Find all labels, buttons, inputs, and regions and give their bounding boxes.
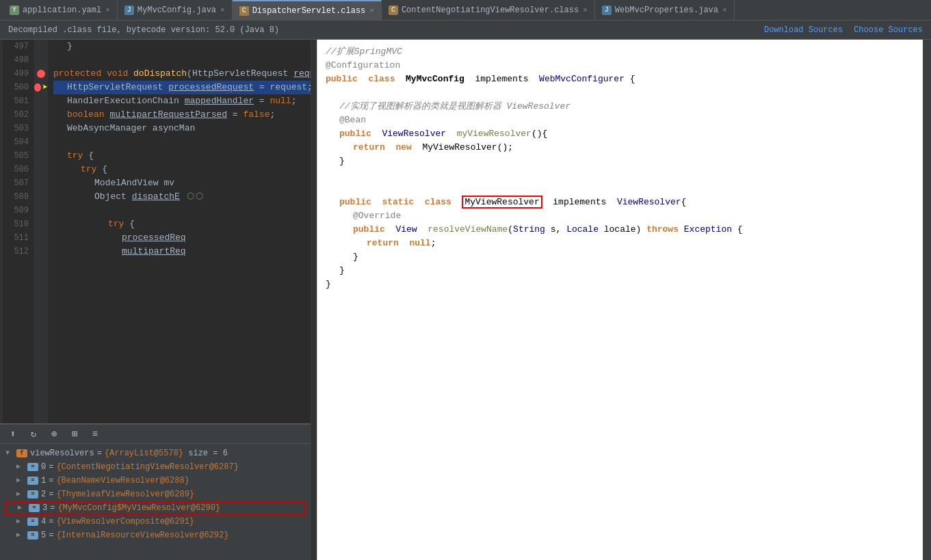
expand-arrow-2: ▶ [16,488,27,501]
code-line-509 [53,204,311,217]
code-line-506: try { [53,163,311,176]
editor-gutter: ➤ [34,40,48,423]
var-val-5: {InternalResourceViewResolver@6292} [56,529,228,542]
popup-iface-webmvcconfigurer: WebMvcConfigurer [539,74,625,84]
debug-btn-menu[interactable]: ≡ [88,427,103,442]
code-line-502: boolean multipartRequestParsed = false; [53,108,311,122]
debug-var-4[interactable]: ▶ = 4 = {ViewResolverComposite@6291} [5,515,306,529]
tab-dispatcherservlet[interactable]: C DispatcherServlet.class × [233,0,382,21]
var-eq-5b: = [49,529,53,542]
expand-arrow-3: ▶ [18,501,29,515]
debug-btn-refresh[interactable]: ↻ [26,427,41,442]
debug-var-viewresolvers[interactable]: ▼ f viewResolvers = {ArrayList@5578} siz… [5,446,306,460]
debug-var-0[interactable]: ▶ = 0 = {ContentNegotiatingViewResolver@… [5,460,306,474]
tab-label-mymvcconfig: MyMvcConfig.java [137,5,216,15]
popup-kw-public-3: public [339,197,371,207]
close-tab-contentnegotiating[interactable]: × [583,6,588,14]
popup-new-myviewresolver: MyViewResolver(); [422,142,513,152]
var-icon-eq-4: = [27,518,38,526]
code-line-497: } [53,40,311,53]
var-name-2: 2 [41,488,46,501]
code-content[interactable]: } protected void doDispatch(HttpServletR… [48,40,311,423]
tab-label-dispatcherservlet: DispatcherServlet.class [252,6,366,16]
left-code-panel: 497 498 499 500 501 502 503 504 505 506 … [0,40,311,560]
var-name-5: 5 [41,529,46,542]
debug-var-3[interactable]: ▶ = 3 = {MyMvcConfig$MyViewResolver@6290… [5,501,306,515]
popup-line-9: } [326,155,923,168]
close-tab-application-yaml[interactable]: × [105,6,110,14]
var-val-1: {BeanNameViewResolver@6288} [56,474,189,488]
popup-code-window[interactable]: //扩展SpringMVC @Configuration public clas… [317,40,931,560]
var-eq-2b: = [49,488,53,501]
popup-anno-override: @Override [353,211,401,221]
debug-btn-up[interactable]: ⬆ [5,427,21,442]
main-layout: 497 498 499 500 501 502 503 504 505 506 … [0,40,931,560]
debug-variables: ▼ f viewResolvers = {ArrayList@5578} siz… [0,444,311,545]
popup-line-1: //扩展SpringMVC [326,45,923,59]
var-val-viewresolvers: {ArrayList@5578} [105,446,183,460]
popup-line-14: public View resolveViewName(String s, Lo… [326,223,923,237]
var-eq-0: = [49,460,53,474]
var-name-4: 4 [41,515,46,529]
choose-sources-link[interactable]: Choose Sources [854,25,923,35]
download-sources-link[interactable]: Download Sources [764,25,843,35]
var-eq-1: = [97,446,102,460]
java-icon-2: J [602,5,612,15]
var-icon-eq-5: = [27,531,38,539]
debug-panel: ⬆ ↻ ⊕ ⊞ ≡ ▼ f viewResolvers = {ArrayList… [0,423,311,560]
close-tab-dispatcherservlet[interactable]: × [369,7,374,15]
var-eq-3b: = [50,501,55,515]
code-line-510: try { [53,217,311,231]
close-tab-webmvcproperties[interactable]: × [722,6,727,14]
breakpoint-500 [34,83,41,92]
var-icon-eq-1: = [27,477,38,485]
popup-highlight-myviewresolver: MyViewResolver [462,196,542,209]
code-editor-area[interactable]: 497 498 499 500 501 502 503 504 505 506 … [0,40,311,423]
popup-line-11 [326,182,923,196]
tab-bar: Y application.yaml × J MyMvcConfig.java … [0,0,931,21]
var-val-4: {ViewResolverComposite@6291} [56,515,194,529]
tab-mymvcconfig-java[interactable]: J MyMvcConfig.java × [118,0,233,21]
code-line-512: multipartReq [53,245,311,258]
debug-var-2[interactable]: ▶ = 2 = {ThymeleafViewResolver@6289} [5,488,306,501]
popup-classname-mymvcconfig: MyMvcConfig [406,74,464,84]
right-scrollbar[interactable] [923,40,931,560]
expand-arrow-0: ▶ [16,460,27,474]
popup-kw-new: new [395,142,411,152]
right-panel-left-scrollbar [311,40,317,560]
popup-kw-null: null [409,238,430,248]
tab-application-yaml[interactable]: Y application.yaml × [3,0,118,21]
popup-code-content: //扩展SpringMVC @Configuration public clas… [317,40,931,297]
debug-toolbar: ⬆ ↻ ⊕ ⊞ ≡ [0,425,311,444]
debug-var-1[interactable]: ▶ = 1 = {BeanNameViewResolver@6288} [5,474,306,488]
close-tab-mymvcconfig[interactable]: × [220,6,225,14]
code-line-508: Object dispatchE ⬡⬡ [53,190,311,204]
popup-line-17: } [326,264,923,278]
class-icon-1: C [239,6,249,16]
var-eq-1b: = [49,474,53,488]
popup-line-5: //实现了视图解析器的类就是视图解析器 ViewResolver [326,100,923,114]
popup-line-18: } [326,278,923,291]
code-line-507: ModelAndView mv [53,176,311,190]
code-line-504 [53,135,311,149]
debug-btn-grid[interactable]: ⊞ [67,427,82,442]
tab-label-contentnegotiating: ContentNegotiatingViewResolver.class [402,5,579,15]
tab-label-webmvcproperties: WebMvcProperties.java [615,5,718,15]
tab-webmvcproperties[interactable]: J WebMvcProperties.java × [595,0,735,21]
popup-implements-2: implements [553,197,606,207]
debug-var-5[interactable]: ▶ = 5 = {InternalResourceViewResolver@62… [5,529,306,542]
tab-contentnegotiating[interactable]: C ContentNegotiatingViewResolver.class × [382,0,595,21]
expand-arrow-viewresolvers: ▼ [5,446,16,460]
var-val-2: {ThymeleafViewResolver@6289} [56,488,194,501]
code-line-498 [53,53,311,67]
debug-btn-home[interactable]: ⊕ [47,427,62,442]
popup-line-10 [326,168,923,182]
popup-line-6: @Bean [326,114,923,127]
var-val-0: {ContentNegotiatingViewResolver@6287} [56,460,238,474]
var-icon-f: f [16,449,27,457]
code-line-511: processedReq [53,231,311,245]
popup-type-viewresolver: ViewResolver [382,129,446,139]
popup-line-3: public class MyMvcConfig implements WebM… [326,72,923,86]
breakpoint-499 [37,70,45,78]
var-icon-eq-3: = [29,504,40,512]
